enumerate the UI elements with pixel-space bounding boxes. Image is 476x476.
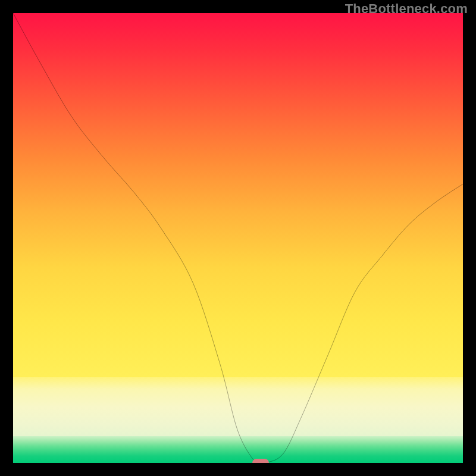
- minimum-marker: [252, 459, 269, 463]
- watermark-text: TheBottleneck.com: [345, 1, 468, 17]
- chart-frame: TheBottleneck.com: [0, 0, 476, 476]
- bottleneck-curve: [13, 13, 463, 463]
- plot-area: [13, 13, 463, 463]
